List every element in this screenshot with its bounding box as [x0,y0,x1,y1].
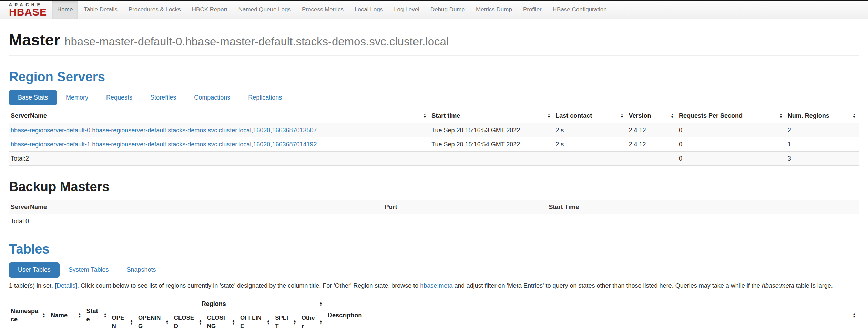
col-header-split[interactable]: SPLIT [273,311,299,329]
tables-heading: Tables [9,242,859,257]
backup-masters-section: Backup Masters ServerName Port Start Tim… [9,179,859,228]
sort-icon[interactable] [42,312,45,318]
col-header-port: Port [383,200,547,214]
col-header-requests-per-second[interactable]: Requests Per Second [677,109,786,123]
col-header-last-contact[interactable]: Last contact [554,109,627,123]
cell-version: 2.4.12 [627,137,677,152]
total-row: Total:2 0 3 [9,152,859,166]
tables-tabs: User Tables System Tables Snapshots [9,262,859,278]
col-group-regions[interactable]: Regions [110,297,326,311]
hbase-logo[interactable]: APACHE HBASE [0,1,52,19]
tab-requests[interactable]: Requests [97,90,141,105]
region-servers-table: ServerName Start time Last contact Versi… [9,109,859,166]
tab-storefiles[interactable]: Storefiles [141,90,185,105]
nav-item-profiler[interactable]: Profiler [518,1,547,19]
col-header-opening[interactable]: OPENING [136,311,172,329]
col-header-open[interactable]: OPEN [110,311,136,329]
sort-icon[interactable] [130,319,133,325]
col-header-other[interactable]: Other [300,311,326,329]
cell-num-regions: 2 [786,123,859,137]
cell-last-contact: 2 s [554,123,627,137]
col-header-version[interactable]: Version [627,109,677,123]
tab-user-tables[interactable]: User Tables [9,262,60,278]
regionserver-link[interactable]: hbase-regionserver-default-1.hbase-regio… [11,141,317,148]
col-header-description[interactable]: Description [326,297,859,329]
nav-item-table-details[interactable]: Table Details [78,1,123,19]
tab-memory[interactable]: Memory [57,90,97,105]
col-header-servername[interactable]: ServerName [9,109,430,123]
nav-item-process-metrics[interactable]: Process Metrics [296,1,349,19]
navbar-menu: Home Table Details Procedures & Locks HB… [52,1,612,19]
sort-icon[interactable] [267,319,270,325]
sort-icon[interactable] [671,113,674,119]
backup-masters-table: ServerName Port Start Time Total:0 [9,200,859,228]
hbase-meta-link[interactable]: hbase:meta [420,282,452,289]
details-link[interactable]: Details [57,282,75,289]
sort-icon[interactable] [621,113,624,119]
col-header-name[interactable]: Name [49,297,85,329]
sort-icon[interactable] [293,319,296,325]
sort-icon[interactable] [319,301,323,307]
sort-icon[interactable] [852,113,856,119]
sort-icon[interactable] [166,319,169,325]
cell-version: 2.4.12 [627,123,677,137]
table-row: hbase-regionserver-default-1.hbase-regio… [9,137,859,152]
sort-icon[interactable] [232,319,235,325]
nav-item-named-queue-logs[interactable]: Named Queue Logs [233,1,296,19]
region-servers-section: Region Servers Base Stats Memory Request… [9,70,859,166]
nav-item-local-logs[interactable]: Local Logs [349,1,388,19]
table-row: hbase-regionserver-default-0.hbase-regio… [9,123,859,137]
sort-icon[interactable] [547,113,550,119]
col-header-start-time[interactable]: Start time [430,109,554,123]
col-header-num-regions[interactable]: Num. Regions [786,109,859,123]
total-label: Total:2 [9,152,430,166]
nav-item-hbck-report[interactable]: HBCK Report [186,1,233,19]
total-requests-per-second: 0 [677,152,786,166]
nav-item-home[interactable]: Home [52,1,78,19]
sort-icon[interactable] [199,319,202,325]
total-num-regions: 3 [786,152,859,166]
col-header-state[interactable]: State [85,297,110,329]
sort-icon[interactable] [779,113,783,119]
page-subtitle: hbase-master-default-0.hbase-master-defa… [64,35,449,48]
tab-snapshots[interactable]: Snapshots [118,262,165,278]
region-servers-tabs: Base Stats Memory Requests Storefiles Co… [9,90,859,105]
cell-start-time: Tue Sep 20 15:16:53 GMT 2022 [430,123,554,137]
col-header-offline[interactable]: OFFLINE [238,311,273,329]
sort-icon[interactable] [104,312,107,318]
nav-item-procedures-locks[interactable]: Procedures & Locks [123,1,186,19]
page-title: Master [9,31,60,49]
tab-base-stats[interactable]: Base Stats [9,90,57,105]
sort-icon[interactable] [319,319,323,325]
col-header-servername: ServerName [9,200,383,214]
sort-icon[interactable] [852,312,856,318]
nav-item-debug-dump[interactable]: Debug Dump [425,1,470,19]
col-header-closing[interactable]: CLOSING [205,311,238,329]
cell-requests-per-second: 0 [677,137,786,152]
col-header-closed[interactable]: CLOSED [172,311,205,329]
page-header: Master hbase-master-default-0.hbase-mast… [9,31,859,56]
nav-item-metrics-dump[interactable]: Metrics Dump [470,1,518,19]
sort-icon[interactable] [78,312,81,318]
regionserver-link[interactable]: hbase-regionserver-default-0.hbase-regio… [11,127,317,134]
cell-last-contact: 2 s [554,137,627,152]
total-row: Total:0 [9,214,859,228]
backup-masters-heading: Backup Masters [9,179,859,194]
tab-compactions[interactable]: Compactions [185,90,239,105]
col-header-start-time: Start Time [547,200,859,214]
tab-replications[interactable]: Replications [239,90,291,105]
nav-item-log-level[interactable]: Log Level [388,1,425,19]
top-navbar: APACHE HBASE Home Table Details Procedur… [0,0,868,19]
tables-section: Tables User Tables System Tables Snapsho… [9,242,859,329]
col-header-namespace[interactable]: Namespace [9,297,49,329]
logo-hbase-text: HBASE [9,7,47,17]
nav-item-hbase-configuration[interactable]: HBase Configuration [547,1,612,19]
user-tables-table: Namespace Name State Regions Description… [9,297,859,329]
tab-system-tables[interactable]: System Tables [60,262,118,278]
cell-num-regions: 1 [786,137,859,152]
header-row: ServerName Port Start Time [9,200,859,214]
sort-icon[interactable] [423,113,426,119]
cell-requests-per-second: 0 [677,123,786,137]
tables-note: 1 table(s) in set. [Details]. Click coun… [9,281,859,290]
total-label: Total:0 [9,214,383,228]
